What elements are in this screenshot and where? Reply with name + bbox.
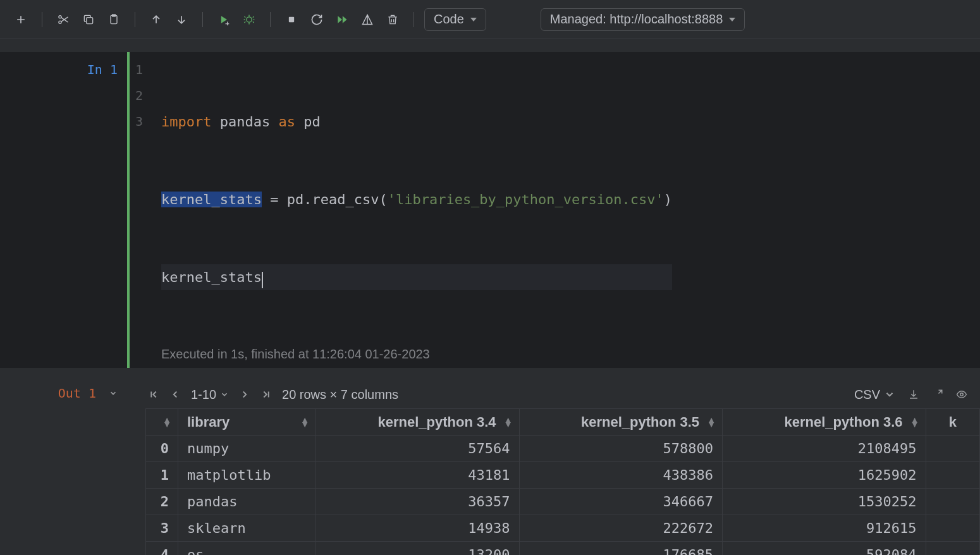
row-index: 4 — [146, 542, 178, 556]
debug-cell-button[interactable] — [238, 9, 260, 30]
cell-value: 912615 — [723, 515, 926, 542]
export-format-selector[interactable]: CSV — [854, 387, 895, 402]
separator — [202, 12, 203, 27]
view-button[interactable] — [956, 389, 967, 400]
cell-value: 592084 — [723, 542, 926, 556]
chevron-down-icon[interactable] — [109, 386, 118, 401]
column-header[interactable]: kernel_python 3.4▲▼ — [316, 409, 520, 436]
code-editor[interactable]: 1 2 3 import pandas as pd kernel_stats =… — [126, 57, 672, 368]
svg-rect-2 — [87, 17, 93, 23]
line-number: 3 — [126, 109, 143, 135]
dataframe-toolbar: 1-10 20 rows × 7 columns CSV — [145, 381, 980, 408]
stop-button[interactable] — [281, 9, 302, 30]
clear-output-button[interactable] — [357, 9, 378, 30]
column-header[interactable]: kernel_python 3.6▲▼ — [723, 409, 926, 436]
svg-point-6 — [247, 16, 252, 21]
line-number: 2 — [126, 83, 143, 109]
first-page-button[interactable] — [148, 389, 159, 400]
cell-value: 36357 — [316, 489, 520, 515]
cell-library: pandas — [178, 489, 316, 515]
code-line[interactable]: kernel_stats — [161, 264, 672, 290]
delete-cell-button[interactable] — [382, 9, 403, 30]
sort-icon: ▲▼ — [504, 418, 513, 427]
sort-icon: ▲▼ — [910, 418, 919, 427]
line-number: 1 — [126, 57, 143, 83]
dataframe-table: ▲▼ library▲▼ kernel_python 3.4▲▼ kernel_… — [145, 408, 980, 555]
cell-value — [926, 489, 979, 515]
run-all-button[interactable] — [331, 9, 353, 30]
paste-button[interactable] — [103, 9, 125, 30]
cell-value — [926, 462, 979, 489]
cell-value: 578800 — [519, 436, 723, 462]
table-row[interactable]: 1matplotlib431814383861625902 — [146, 462, 980, 489]
cell-library: sklearn — [178, 515, 316, 542]
last-page-button[interactable] — [260, 389, 272, 400]
table-row[interactable]: 4os13200176685592084 — [146, 542, 980, 556]
export-format-label: CSV — [854, 387, 880, 402]
notebook-toolbar: Code Managed: http://localhost:8888 — [0, 0, 980, 39]
download-button[interactable] — [908, 389, 919, 400]
separator — [413, 12, 414, 27]
text-cursor — [262, 272, 263, 288]
cell-library: matplotlib — [178, 462, 316, 489]
cell-value: 43181 — [316, 462, 520, 489]
output-cell: Out 1 1-10 — [0, 381, 980, 555]
index-header[interactable]: ▲▼ — [146, 409, 178, 436]
row-index: 1 — [146, 462, 178, 489]
rows-summary: 20 rows × 7 columns — [282, 387, 398, 402]
cell-value: 1625902 — [723, 462, 926, 489]
cell-type-selector[interactable]: Code — [424, 8, 486, 31]
column-header[interactable]: k — [926, 409, 979, 436]
input-prompt: In 1 — [0, 57, 126, 368]
sort-icon: ▲▼ — [162, 418, 171, 427]
move-down-button[interactable] — [171, 9, 192, 30]
separator — [42, 12, 42, 27]
cell-value: 2108495 — [723, 436, 926, 462]
server-label: Managed: http://localhost:8888 — [550, 12, 723, 27]
output-prompt: Out 1 — [0, 381, 126, 555]
add-cell-button[interactable] — [10, 9, 32, 30]
copy-button[interactable] — [78, 9, 99, 30]
expand-button[interactable] — [932, 389, 943, 400]
table-header-row: ▲▼ library▲▼ kernel_python 3.4▲▼ kernel_… — [146, 409, 980, 436]
next-page-button[interactable] — [239, 389, 250, 400]
svg-point-8 — [960, 393, 964, 396]
cut-button[interactable] — [52, 9, 74, 30]
code-cell[interactable]: In 1 1 2 3 import pandas as pd kernel_st… — [0, 52, 980, 368]
column-header[interactable]: kernel_python 3.5▲▼ — [519, 409, 723, 436]
move-up-button[interactable] — [145, 9, 167, 30]
run-cell-button[interactable] — [213, 9, 235, 30]
sort-icon: ▲▼ — [707, 418, 716, 427]
cell-value: 346667 — [519, 489, 723, 515]
sort-icon: ▲▼ — [300, 418, 309, 427]
cell-value: 13200 — [316, 542, 520, 556]
cell-value: 176685 — [519, 542, 723, 556]
cell-value: 14938 — [316, 515, 520, 542]
table-row[interactable]: 3sklearn14938222672912615 — [146, 515, 980, 542]
page-range-label: 1-10 — [191, 387, 216, 402]
cell-value: 222672 — [519, 515, 723, 542]
cell-library: numpy — [178, 436, 316, 462]
page-range-selector[interactable]: 1-10 — [191, 387, 229, 402]
separator — [135, 12, 135, 27]
cell-library: os — [178, 542, 316, 556]
cell-value: 438386 — [519, 462, 723, 489]
row-index: 3 — [146, 515, 178, 542]
row-index: 2 — [146, 489, 178, 515]
execution-status: Executed in 1s, finished at 11:26:04 01-… — [161, 342, 672, 368]
cell-value — [926, 515, 979, 542]
cell-value — [926, 436, 979, 462]
column-header[interactable]: library▲▼ — [178, 409, 316, 436]
chevron-down-icon — [729, 18, 735, 21]
line-gutter: 1 2 3 — [126, 57, 152, 368]
code-line[interactable]: import pandas as pd — [161, 109, 672, 135]
server-selector[interactable]: Managed: http://localhost:8888 — [541, 8, 745, 31]
code-line[interactable]: kernel_stats = pd.read_csv('libraries_by… — [161, 186, 672, 212]
table-row[interactable]: 0numpy575645788002108495 — [146, 436, 980, 462]
restart-button[interactable] — [306, 9, 328, 30]
cell-value — [926, 542, 979, 556]
chevron-down-icon — [470, 18, 477, 21]
table-row[interactable]: 2pandas363573466671530252 — [146, 489, 980, 515]
cell-type-label: Code — [434, 12, 464, 27]
prev-page-button[interactable] — [169, 389, 181, 400]
